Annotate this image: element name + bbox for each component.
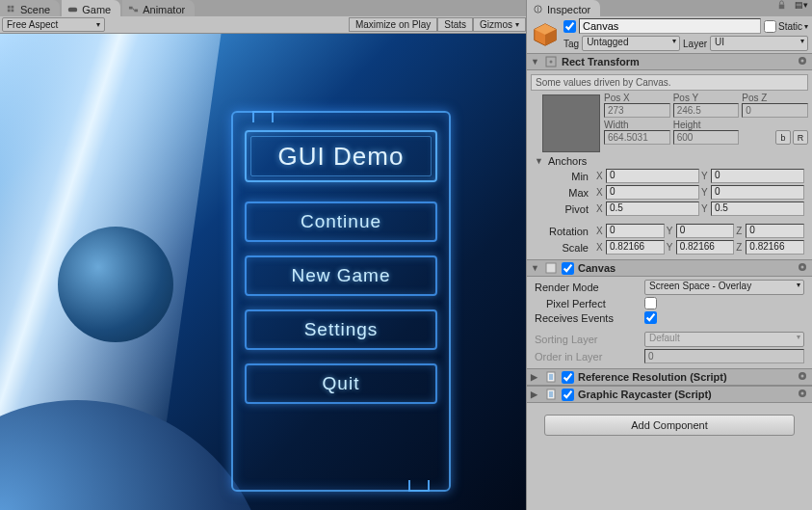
gear-icon[interactable]: [797, 55, 808, 68]
menu-title: GUI Demo: [245, 130, 437, 182]
game-toolbar: Free Aspect▾ Maximize on Play Stats Gizm…: [0, 16, 526, 34]
anchor-min-x[interactable]: 0: [606, 169, 699, 183]
game-icon: [67, 4, 78, 14]
active-checkbox[interactable]: [563, 20, 576, 33]
width-field[interactable]: 664.5031: [604, 130, 670, 145]
tab-scene[interactable]: Scene: [0, 0, 60, 16]
svg-point-25: [801, 392, 804, 395]
svg-rect-0: [8, 6, 11, 9]
posz-field[interactable]: 0: [742, 103, 808, 118]
planet-large: [0, 400, 270, 510]
graphic-raycaster-header[interactable]: ▶ Graphic Raycaster (Script): [527, 386, 812, 403]
svg-rect-3: [12, 10, 14, 13]
gizmos-button[interactable]: Gizmos▾: [473, 17, 526, 32]
canvas-enabled-checkbox[interactable]: [562, 262, 574, 275]
svg-point-22: [801, 375, 804, 378]
tag-dropdown[interactable]: Untagged: [582, 36, 680, 51]
raycaster-enabled-checkbox[interactable]: [562, 389, 574, 401]
panel-menu-icon[interactable]: ▤▾: [791, 0, 812, 16]
svg-rect-6: [135, 10, 139, 13]
rot-y[interactable]: 0: [676, 224, 735, 238]
tab-label: Scene: [20, 4, 50, 15]
scale-z[interactable]: 0.82166: [746, 240, 804, 255]
script-icon: [544, 370, 558, 384]
script-icon: [544, 388, 558, 401]
reference-resolution-header[interactable]: ▶ Reference Resolution (Script): [527, 368, 812, 386]
foldout-icon[interactable]: ▼: [535, 156, 544, 166]
rot-z[interactable]: 0: [746, 224, 804, 238]
rect-transform-body: Some values driven by Canvas. Pos X273 P…: [527, 70, 812, 259]
inspector-icon: i: [533, 4, 543, 14]
tag-label: Tag: [563, 39, 579, 49]
gui-menu-panel: GUI Demo Continue New Game Settings Quit: [231, 111, 451, 492]
chevron-down-icon[interactable]: ▾: [804, 22, 808, 31]
foldout-icon: ▼: [531, 263, 540, 273]
foldout-icon: ▼: [531, 57, 540, 67]
game-view[interactable]: GUI Demo Continue New Game Settings Quit: [0, 34, 526, 510]
tab-inspector[interactable]: i Inspector: [527, 0, 600, 16]
svg-rect-9: [779, 5, 785, 10]
add-component-button[interactable]: Add Component: [544, 415, 795, 436]
svg-point-16: [801, 60, 804, 63]
blueprint-button[interactable]: b: [775, 130, 791, 145]
main-tabs: Scene Game Animator: [0, 0, 526, 16]
receives-events-checkbox[interactable]: [644, 311, 657, 324]
pivot-y[interactable]: 0.5: [711, 201, 804, 216]
pivot-x[interactable]: 0.5: [606, 201, 699, 216]
posx-field[interactable]: 273: [604, 103, 670, 118]
gameobject-icon: [531, 20, 560, 49]
svg-point-14: [550, 61, 553, 64]
pixel-perfect-checkbox[interactable]: [644, 297, 657, 309]
maximize-button[interactable]: Maximize on Play: [349, 17, 437, 32]
anchor-min-y[interactable]: 0: [711, 169, 804, 183]
component-title: Reference Resolution (Script): [578, 371, 727, 383]
height-field[interactable]: 600: [673, 130, 740, 145]
scale-y[interactable]: 0.82166: [676, 240, 735, 255]
foldout-icon: ▶: [531, 372, 540, 382]
foldout-icon: ▶: [531, 389, 540, 399]
svg-rect-5: [129, 7, 133, 10]
planet-small: [58, 227, 173, 342]
aspect-dropdown[interactable]: Free Aspect▾: [2, 17, 105, 32]
component-title: Canvas: [578, 262, 616, 274]
posy-field[interactable]: 246.5: [673, 103, 740, 118]
lock-icon[interactable]: [776, 0, 787, 16]
scale-x[interactable]: 0.82166: [606, 240, 665, 255]
layer-dropdown[interactable]: UI: [710, 36, 808, 51]
tab-label: Game: [82, 4, 111, 15]
order-field: 0: [644, 349, 804, 363]
canvas-body: Render ModeScreen Space - Overlay Pixel …: [527, 277, 812, 368]
gear-icon[interactable]: [797, 261, 808, 275]
sorting-layer-dropdown: Default: [644, 332, 804, 347]
anchor-max-x[interactable]: 0: [606, 185, 699, 200]
svg-rect-17: [546, 263, 556, 273]
tab-game[interactable]: Game: [62, 0, 120, 16]
render-mode-dropdown[interactable]: Screen Space - Overlay: [644, 280, 804, 295]
tab-label: Animator: [143, 4, 185, 15]
canvas-header[interactable]: ▼ Canvas: [527, 259, 812, 277]
inspector-header: Static ▾ Tag Untagged Layer UI: [527, 16, 812, 53]
tab-label: Inspector: [547, 4, 590, 15]
quit-button[interactable]: Quit: [245, 363, 437, 404]
gear-icon[interactable]: [797, 388, 808, 401]
anchor-preview[interactable]: [542, 94, 600, 152]
stats-button[interactable]: Stats: [437, 17, 473, 32]
rot-x[interactable]: 0: [606, 224, 665, 238]
animator-icon: [128, 4, 139, 14]
static-checkbox[interactable]: [764, 20, 776, 33]
chevron-down-icon: ▾: [96, 20, 100, 29]
raw-button[interactable]: R: [793, 130, 808, 145]
svg-rect-4: [68, 8, 77, 13]
anchor-max-y[interactable]: 0: [711, 185, 804, 200]
layer-label: Layer: [683, 39, 707, 49]
anchors-label: Anchors: [548, 155, 587, 167]
settings-button[interactable]: Settings: [245, 309, 437, 350]
rect-transform-header[interactable]: ▼ Rect Transform: [527, 53, 812, 70]
tab-animator[interactable]: Animator: [122, 0, 195, 16]
svg-point-19: [801, 266, 804, 269]
refres-enabled-checkbox[interactable]: [562, 371, 574, 384]
continue-button[interactable]: Continue: [245, 201, 437, 242]
object-name-input[interactable]: [579, 18, 761, 34]
gear-icon[interactable]: [797, 370, 808, 384]
newgame-button[interactable]: New Game: [245, 255, 437, 296]
